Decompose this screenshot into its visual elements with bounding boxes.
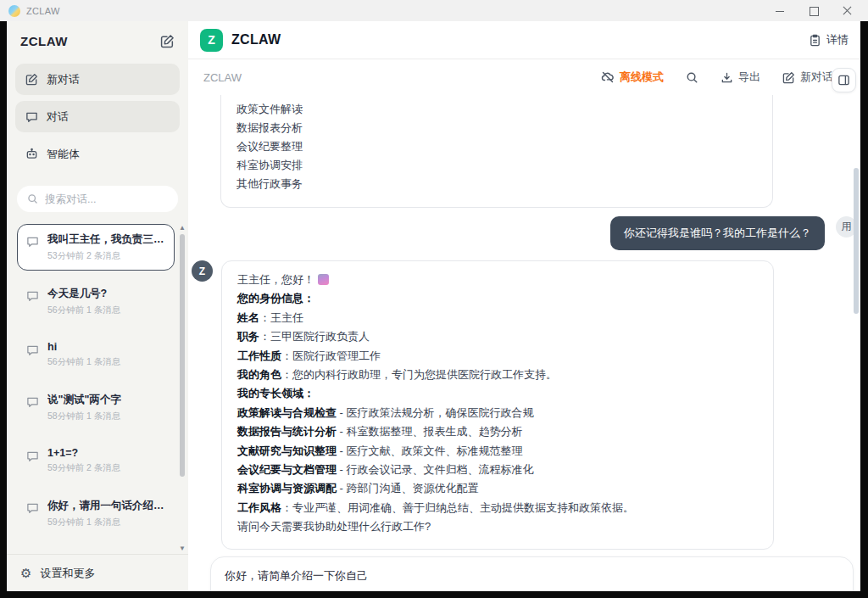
sidebar-header: ZCLAW [7,21,188,60]
cloud-off-icon [601,70,615,84]
nav-label: 智能体 [47,147,80,162]
compose-icon[interactable] [160,34,175,48]
app-window: ZCLAW 新对话 对话 智能体 [7,21,860,591]
conversation-item[interactable]: 1+1=? 59分钟前 2 条消息 [17,439,175,483]
conversation-title: hi [47,341,120,353]
message-line: 文献研究与知识整理 - 医疗文献、政策文件、标准规范整理 [237,442,758,461]
conversation-text: hi 56分钟前 1 条消息 [47,341,120,368]
message-input[interactable]: 你好，请简单介绍一下你自己 [225,568,839,591]
chat-bubble-icon [25,110,38,123]
search-icon [27,193,38,204]
message-line: 职务：三甲医院行政负责人 [237,327,758,346]
brand-logo: Z [200,29,223,52]
clipboard-emoji-icon: 📋 [318,274,329,285]
close-button[interactable] [843,6,853,16]
window-controls [775,6,860,16]
sidebar-nav: 新对话 对话 智能体 [7,60,188,176]
chat-bubble-icon [26,499,39,517]
settings-label: 设置和更多 [40,566,95,581]
app-logo-icon [8,5,20,17]
message-line: 数据报告与统计分析 - 科室数据整理、报表生成、趋势分析 [237,422,758,441]
maximize-button[interactable] [809,6,819,16]
search-input[interactable] [45,193,155,205]
offline-mode-button[interactable]: 离线模式 [601,70,664,85]
nav-label: 对话 [47,109,69,125]
sidebar-item-new-chat[interactable]: 新对话 [15,64,180,95]
message-line: 会议纪要整理 [236,137,757,156]
message-line: 工作风格：专业严谨、用词准确、善于归纳总结、主动提供数据支持和政策依据。 [237,499,758,517]
clipboard-icon [809,34,821,47]
message-line: 我的角色：您的内科行政助理，专门为您提供医院行政工作支持。 [237,366,758,384]
user-message-row: 你还记得我是谁吗？我的工作是什么？ 用 [190,216,857,250]
scrollbar-thumb[interactable] [854,168,859,314]
message-line: 王主任，您好！📋 [237,271,758,289]
assistant-message-partial: 政策文件解读 数据报表分析 会议纪要整理 科室协调安排 其他行政事务 [220,95,773,208]
minimize-button[interactable] [775,6,785,16]
chat-bubble-icon [26,393,39,411]
message-line: 会议纪要与文档管理 - 行政会议记录、文件归档、流程标准化 [237,461,758,479]
conversation-item[interactable]: 说"测试"两个字 58分钟前 1 条消息 [17,384,175,431]
message-line: 姓名：王主任 [237,309,758,327]
window-title: ZCLAW [26,6,60,16]
conversation-title: 今天是几号? [47,287,120,301]
sidebar-title: ZCLAW [20,34,68,48]
conversation-text: 今天是几号? 56分钟前 1 条消息 [47,287,120,316]
breadcrumb: ZCLAW [203,71,242,84]
assistant-message-row: Z 王主任，您好！📋 您的身份信息： 姓名：王主任 职务：三甲医院行政负责人 工… [190,260,860,550]
message-line: 请问今天需要我协助处理什么行政工作? [237,517,758,536]
conversation-text: 你好，请用一句话介绍你... 1小时前 1 条消息 [47,553,168,554]
conversation-title: 你好，请用一句话介绍你... [47,553,168,554]
message-line: 科室协调与资源调配 - 跨部门沟通、资源优化配置 [237,479,758,498]
message-line: 您的身份信息： [237,289,758,308]
robot-icon [25,148,38,160]
message-line: 其他行政事务 [236,175,757,193]
conversation-item[interactable]: hi 56分钟前 1 条消息 [17,333,175,377]
chat-toolbar: ZCLAW 离线模式 导出 [188,59,860,95]
user-message-bubble: 你还记得我是谁吗？我的工作是什么？ [610,216,825,250]
conversation-text: 你好，请用一句话介绍你... 59分钟前 1 条消息 [47,499,168,528]
compose-icon [782,71,795,84]
sidebar-scrollbar[interactable]: ▲ ▼ [177,224,187,554]
conversation-text: 我叫王主任，我负责三甲... 53分钟前 2 条消息 [47,232,168,262]
new-chat-button[interactable]: 新对话 [782,70,833,85]
panel-toggle-button[interactable] [832,68,856,92]
toolbar-actions: 离线模式 导出 新对话 [601,70,845,85]
search-icon[interactable] [686,71,698,84]
conversation-meta: 53分钟前 2 条消息 [47,250,168,262]
download-icon [721,71,733,84]
conversation-item[interactable]: 你好，请用一句话介绍你... 1小时前 1 条消息 [17,545,175,554]
main-panel: Z ZCLAW 详情 ZCLAW 离线模式 [188,21,860,591]
chat-bubble-icon [26,287,39,305]
conversation-text: 说"测试"两个字 58分钟前 1 条消息 [47,393,121,422]
app-name: ZCLAW [231,32,281,48]
sidebar-item-chats[interactable]: 对话 [15,101,180,132]
chat-bubble-icon [26,341,39,360]
sidebar-item-agents[interactable]: 智能体 [15,138,180,170]
sidebar-settings[interactable]: ⚙ 设置和更多 [7,554,188,591]
message-line: 数据报表分析 [236,119,757,137]
compose-icon [25,73,38,86]
conversation-meta: 58分钟前 1 条消息 [47,411,121,422]
conversation-meta: 59分钟前 1 条消息 [47,517,168,528]
conversation-item[interactable]: 我叫王主任，我负责三甲... 53分钟前 2 条消息 [17,224,175,271]
message-line: 科室协调安排 [236,156,757,175]
conversation-title: 我叫王主任，我负责三甲... [47,232,168,247]
scrollbar-thumb[interactable] [180,234,185,477]
new-chat-label: 新对话 [800,70,833,85]
message-list: 政策文件解读 数据报表分析 会议纪要整理 科室协调安排 其他行政事务 你还记得我… [188,95,860,550]
conversation-text: 1+1=? 59分钟前 2 条消息 [47,447,120,474]
message-line: 政策文件解读 [236,100,757,119]
message-line: 工作性质：医院行政管理工作 [237,347,758,366]
export-button[interactable]: 导出 [721,70,760,85]
message-line: 我的专长领域： [237,384,758,403]
conversation-title: 说"测试"两个字 [47,393,121,407]
scroll-up-arrow-icon[interactable]: ▲ [177,224,187,232]
details-button[interactable]: 详情 [809,32,849,48]
gear-icon: ⚙ [20,567,31,579]
scroll-down-arrow-icon[interactable]: ▼ [177,545,187,552]
conversation-item[interactable]: 你好，请用一句话介绍你... 59分钟前 1 条消息 [17,490,175,537]
composer: 你好，请简单介绍一下你自己 思考 [210,556,854,591]
conversation-item[interactable]: 今天是几号? 56分钟前 1 条消息 [17,278,175,325]
chat-bubble-icon [26,232,39,251]
os-titlebar: ZCLAW [0,0,868,21]
